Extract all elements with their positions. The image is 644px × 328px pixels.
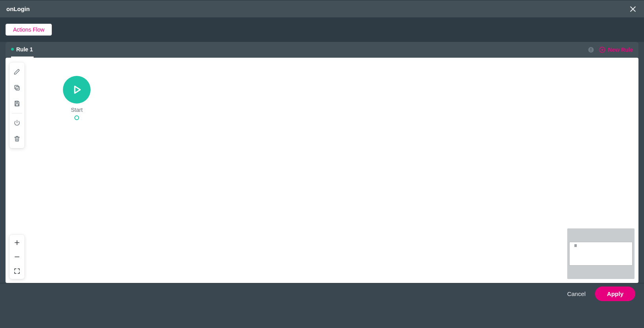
fit-view-button[interactable] bbox=[9, 264, 25, 278]
close-button[interactable] bbox=[627, 4, 638, 15]
active-dot-icon bbox=[11, 48, 14, 51]
canvas-toolbar bbox=[9, 62, 25, 148]
play-icon bbox=[71, 84, 83, 96]
rule-tab-label: Rule 1 bbox=[16, 46, 33, 53]
zoom-in-button[interactable] bbox=[9, 236, 25, 250]
start-node[interactable]: Start bbox=[63, 76, 91, 120]
rulebar-wrap: Rule 1 ! New Rule bbox=[0, 42, 644, 283]
cancel-button[interactable]: Cancel bbox=[565, 287, 588, 300]
actions-flow-editor-modal: onLogin Actions Flow Rule 1 ! bbox=[0, 0, 644, 328]
zoom-out-button[interactable] bbox=[9, 250, 25, 264]
minimap[interactable] bbox=[567, 228, 635, 279]
minimap-viewport[interactable] bbox=[569, 242, 633, 266]
plus-icon bbox=[13, 239, 21, 246]
trash-icon bbox=[13, 135, 21, 142]
start-node-label: Start bbox=[71, 107, 83, 113]
svg-rect-8 bbox=[15, 104, 19, 106]
plus-circle-icon bbox=[599, 46, 606, 53]
close-icon bbox=[629, 5, 637, 13]
svg-rect-6 bbox=[15, 85, 18, 89]
edit-button[interactable] bbox=[9, 64, 25, 80]
subheader: Actions Flow bbox=[0, 17, 644, 42]
flow-canvas[interactable]: Start bbox=[6, 58, 638, 283]
new-rule-label: New Rule bbox=[608, 47, 633, 53]
svg-rect-7 bbox=[16, 101, 18, 103]
start-node-output-port[interactable] bbox=[74, 115, 79, 120]
new-rule-button[interactable]: New Rule bbox=[599, 46, 633, 53]
modal-footer: Cancel Apply bbox=[0, 283, 644, 304]
rulebar-right: ! New Rule bbox=[588, 46, 633, 53]
apply-button[interactable]: Apply bbox=[595, 287, 635, 301]
rule-tabs: Rule 1 bbox=[11, 42, 34, 58]
save-icon bbox=[13, 100, 21, 107]
svg-rect-5 bbox=[16, 87, 19, 90]
save-button[interactable] bbox=[9, 96, 25, 111]
actions-flow-button[interactable]: Actions Flow bbox=[6, 24, 52, 36]
start-node-circle[interactable] bbox=[63, 76, 91, 104]
tab-rule-1[interactable]: Rule 1 bbox=[11, 42, 34, 58]
copy-button[interactable] bbox=[9, 80, 25, 96]
rule-badge-count: ! bbox=[588, 47, 594, 53]
minimap-node-dot bbox=[574, 244, 577, 247]
rulebar: Rule 1 ! New Rule bbox=[6, 42, 638, 58]
svg-marker-11 bbox=[75, 86, 80, 93]
delete-button[interactable] bbox=[9, 131, 25, 147]
modal-title: onLogin bbox=[6, 6, 30, 12]
power-icon bbox=[13, 119, 21, 126]
pencil-icon bbox=[13, 68, 21, 75]
copy-icon bbox=[13, 84, 21, 91]
modal-header: onLogin bbox=[0, 0, 644, 17]
expand-icon bbox=[13, 268, 21, 275]
toolbar-divider bbox=[12, 113, 22, 113]
zoom-toolbar bbox=[9, 235, 25, 279]
power-button[interactable] bbox=[9, 115, 25, 131]
minus-icon bbox=[13, 253, 21, 260]
